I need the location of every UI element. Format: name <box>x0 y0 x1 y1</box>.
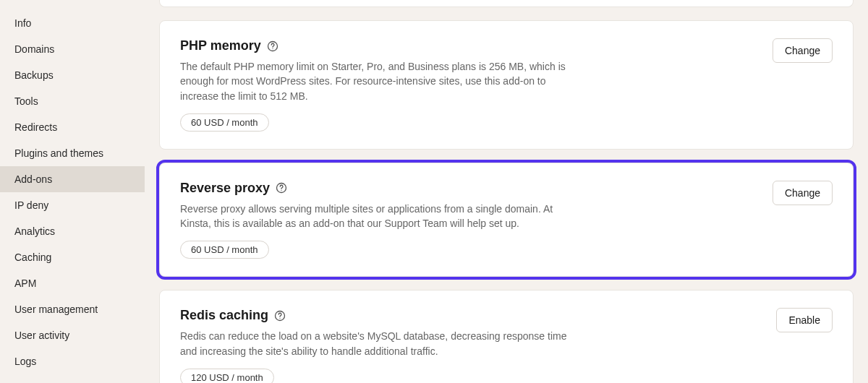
main-content: PHP memory The default PHP memory limit … <box>145 0 868 383</box>
enable-button[interactable]: Enable <box>776 308 833 332</box>
sidebar-item-add-ons[interactable]: Add-ons <box>0 166 145 192</box>
sidebar-item-user-management[interactable]: User management <box>0 296 145 322</box>
sidebar-item-ip-deny[interactable]: IP deny <box>0 192 145 218</box>
svg-point-1 <box>272 48 273 48</box>
sidebar-item-logs[interactable]: Logs <box>0 348 145 374</box>
card-title: PHP memory <box>180 38 585 53</box>
price-badge: 120 USD / month <box>180 369 274 383</box>
sidebar-item-redirects[interactable]: Redirects <box>0 114 145 140</box>
help-icon[interactable] <box>267 40 278 52</box>
svg-point-5 <box>279 318 280 319</box>
sidebar-item-caching[interactable]: Caching <box>0 244 145 270</box>
sidebar-item-plugins-themes[interactable]: Plugins and themes <box>0 140 145 166</box>
card-description: Redis can reduce the load on a website's… <box>180 329 585 358</box>
card-title-text: Reverse proxy <box>180 181 270 196</box>
sidebar-item-backups[interactable]: Backups <box>0 62 145 88</box>
help-icon[interactable] <box>276 182 287 194</box>
sidebar-item-analytics[interactable]: Analytics <box>0 218 145 244</box>
addon-card-reverse-proxy: Reverse proxy Reverse proxy allows servi… <box>159 163 854 277</box>
price-badge: 60 USD / month <box>180 113 269 132</box>
card-title-text: PHP memory <box>180 38 261 53</box>
card-title-text: Redis caching <box>180 308 268 323</box>
card-title: Reverse proxy <box>180 181 585 196</box>
sidebar: Info Domains Backups Tools Redirects Plu… <box>0 0 145 383</box>
sidebar-item-tools[interactable]: Tools <box>0 88 145 114</box>
change-button[interactable]: Change <box>773 181 833 205</box>
addon-card-cutoff <box>159 0 854 7</box>
sidebar-item-info[interactable]: Info <box>0 10 145 36</box>
help-icon[interactable] <box>274 310 286 322</box>
sidebar-item-user-activity[interactable]: User activity <box>0 322 145 348</box>
card-title: Redis caching <box>180 308 585 323</box>
addon-card-php-memory: PHP memory The default PHP memory limit … <box>159 20 854 150</box>
change-button[interactable]: Change <box>773 38 833 63</box>
card-description: Reverse proxy allows serving multiple si… <box>180 202 585 231</box>
sidebar-item-domains[interactable]: Domains <box>0 36 145 62</box>
sidebar-item-apm[interactable]: APM <box>0 270 145 296</box>
svg-point-3 <box>281 190 281 191</box>
card-description: The default PHP memory limit on Starter,… <box>180 59 585 103</box>
price-badge: 60 USD / month <box>180 241 269 259</box>
addon-card-redis-caching: Redis caching Redis can reduce the load … <box>159 290 854 383</box>
